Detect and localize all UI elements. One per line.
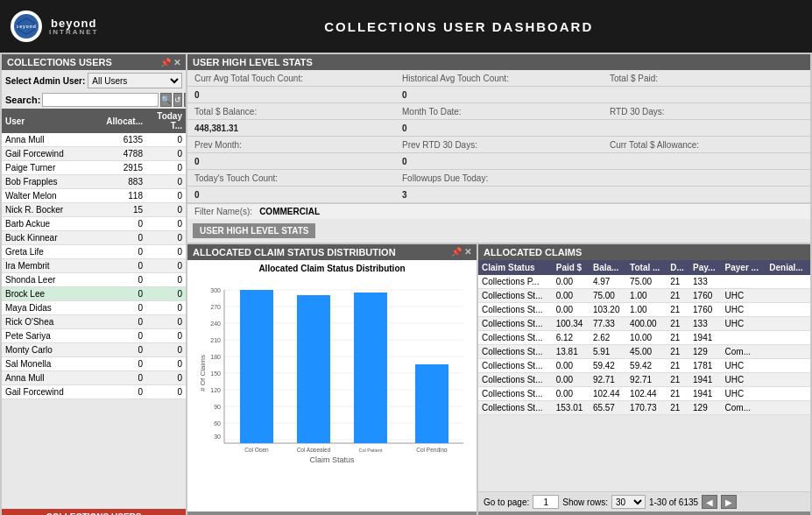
stat-total-bal-label: Total $ Balance: xyxy=(187,103,395,120)
svg-text:180: 180 xyxy=(210,354,221,360)
claims-table-row[interactable]: Collections St... 0.00 59.42 59.42 21 17… xyxy=(478,359,810,373)
svg-text:90: 90 xyxy=(214,404,221,410)
claim-total: 1.00 xyxy=(626,289,667,303)
user-alloc: 0 xyxy=(102,329,146,343)
chart-content: Allocated Claim Status Distribution # Of… xyxy=(187,260,477,511)
claims-table-row[interactable]: Collections St... 153.01 65.57 170.73 21… xyxy=(478,401,810,415)
claims-table-row[interactable]: Collections St... 0.00 102.44 102.44 21 … xyxy=(478,387,810,401)
pin-icon[interactable]: 📌 xyxy=(160,58,171,67)
user-name: Shonda Leer xyxy=(2,273,102,287)
col-denial: Denial... xyxy=(766,260,810,275)
user-alloc: 0 xyxy=(102,273,146,287)
claims-table-row[interactable]: Collections St... 13.81 5.91 45.00 21 12… xyxy=(478,345,810,359)
claim-total: 102.44 xyxy=(626,387,667,401)
bar-col-appealed[interactable] xyxy=(297,295,330,443)
reset-button[interactable]: ↻ xyxy=(184,93,186,107)
claim-status: Collections St... xyxy=(478,387,553,401)
claim-bal: 92.71 xyxy=(590,373,626,387)
refresh-button[interactable]: ↺ xyxy=(173,93,182,107)
claim-total: 10.00 xyxy=(626,331,667,345)
right-panel: USER HIGH LEVEL STATS Curr Avg Total Tou… xyxy=(187,54,810,515)
chart-pin-icon[interactable]: 📌 xyxy=(451,247,462,258)
claims-table-row[interactable]: Collections St... 100.34 77.33 400.00 21… xyxy=(478,317,810,331)
claim-d: 21 xyxy=(667,345,689,359)
claim-payer: Com... xyxy=(722,345,766,359)
panel-icons: 📌 ✕ xyxy=(160,58,180,67)
claims-table-wrap[interactable]: Claim Status Paid $ Bala... Total ... D.… xyxy=(478,260,810,491)
user-table-row[interactable]: Paige Turner 2915 0 xyxy=(2,161,186,175)
panel-content: Select Admin User: All Users Search: 🔍 ↺… xyxy=(2,70,186,509)
claim-payer xyxy=(722,275,766,289)
claim-pay: 1760 xyxy=(689,303,722,317)
user-table-row[interactable]: Barb Ackue 0 0 xyxy=(2,217,186,231)
page-input[interactable] xyxy=(533,495,559,509)
next-page-button[interactable]: ▶ xyxy=(721,495,737,509)
collections-users-panel: COLLECTIONS USERS 📌 ✕ Select Admin User:… xyxy=(2,54,186,515)
stats-grid: Curr Avg Total Touch Count: Historical A… xyxy=(187,70,810,203)
claim-d: 21 xyxy=(667,373,689,387)
stat-followups-val: 3 xyxy=(395,187,603,203)
user-table-row[interactable]: Buck Kinnear 0 0 xyxy=(2,231,186,245)
claim-d: 21 xyxy=(667,317,689,331)
user-today: 0 xyxy=(146,371,186,385)
bar-col-open[interactable] xyxy=(240,290,273,443)
bar-col-pending[interactable] xyxy=(415,364,448,443)
stat-mtd-label: Month To Date: xyxy=(395,103,603,120)
user-today: 0 xyxy=(146,329,186,343)
claims-table-row[interactable]: Collections P... 0.00 4.97 75.00 21 133 xyxy=(478,275,810,289)
user-table-row[interactable]: Brock Lee 0 0 xyxy=(2,287,186,301)
user-alloc: 4788 xyxy=(102,147,146,161)
claims-table-row[interactable]: Collections St... 6.12 2.62 10.00 21 194… xyxy=(478,331,810,345)
user-table-row[interactable]: Bob Frapples 883 0 xyxy=(2,175,186,189)
collections-users-header: COLLECTIONS USERS 📌 ✕ xyxy=(2,54,186,70)
claims-table-row[interactable]: Collections St... 0.00 103.20 1.00 21 17… xyxy=(478,303,810,317)
user-table-row[interactable]: Pete Sariya 0 0 xyxy=(2,329,186,343)
user-table-row[interactable]: Gail Forcewind 0 0 xyxy=(2,385,186,399)
bar-col-patient[interactable] xyxy=(354,293,387,443)
user-table: User Allocat... Today T... Anna Mull 613… xyxy=(2,109,186,509)
page-title: COLLECTIONS USER DASHBOARD xyxy=(116,19,801,34)
chart-close-icon[interactable]: ✕ xyxy=(464,247,471,258)
main-layout: COLLECTIONS USERS 📌 ✕ Select Admin User:… xyxy=(0,53,812,515)
user-table-row[interactable]: Shonda Leer 0 0 xyxy=(2,273,186,287)
collections-users-footer[interactable]: COLLECTIONS USERS xyxy=(2,509,186,515)
user-today: 0 xyxy=(146,161,186,175)
user-table-row[interactable]: Anna Mull 0 0 xyxy=(2,371,186,385)
user-table-row[interactable]: Rick O'Shea 0 0 xyxy=(2,315,186,329)
claim-status: Collections St... xyxy=(478,317,553,331)
claim-denial xyxy=(766,289,810,303)
svg-text:60: 60 xyxy=(214,420,221,427)
claims-table: Claim Status Paid $ Bala... Total ... D.… xyxy=(478,260,810,415)
bar-chart: # Of Claims 300 270 240 210 180 150 120 … xyxy=(191,277,473,452)
claims-table-row[interactable]: Collections St... 0.00 75.00 1.00 21 176… xyxy=(478,289,810,303)
user-table-row[interactable]: Nick R. Bocker 15 0 xyxy=(2,203,186,217)
claim-status: Collections St... xyxy=(478,359,553,373)
claim-bal: 103.20 xyxy=(590,303,626,317)
stat-prev-month-label: Prev Month: xyxy=(187,137,395,153)
claims-table-row[interactable]: Collections St... 0.00 92.71 92.71 21 19… xyxy=(478,373,810,387)
user-col-header: User xyxy=(2,109,102,133)
svg-text:270: 270 xyxy=(210,304,221,310)
user-table-row[interactable]: Walter Melon 118 0 xyxy=(2,189,186,203)
user-table-row[interactable]: Maya Didas 0 0 xyxy=(2,301,186,315)
user-table-row[interactable]: Monty Carlo 0 0 xyxy=(2,343,186,357)
user-table-row[interactable]: Sal Monella 0 0 xyxy=(2,357,186,371)
user-table-row[interactable]: Ira Membrit 0 0 xyxy=(2,259,186,273)
user-alloc: 0 xyxy=(102,245,146,259)
stat-today-touch-val: 0 xyxy=(187,187,395,203)
logo-sub: INTRANET xyxy=(49,29,98,36)
user-table-row[interactable]: Greta Life 0 0 xyxy=(2,245,186,259)
claim-bal: 4.97 xyxy=(590,275,626,289)
user-name: Gail Forcewind xyxy=(2,385,102,399)
user-table-row[interactable]: Gail Forcewind 4788 0 xyxy=(2,147,186,161)
rows-select[interactable]: 30 50 100 xyxy=(611,495,646,509)
user-name: Brock Lee xyxy=(2,287,102,301)
user-table-row[interactable]: Anna Mull 6135 0 xyxy=(2,133,186,147)
prev-page-button[interactable]: ◀ xyxy=(702,495,717,509)
search-input[interactable] xyxy=(42,93,159,107)
claim-d: 21 xyxy=(667,275,689,289)
admin-user-select[interactable]: All Users xyxy=(88,73,182,88)
user-today: 0 xyxy=(146,357,186,371)
search-button[interactable]: 🔍 xyxy=(160,93,172,107)
close-icon[interactable]: ✕ xyxy=(173,58,180,67)
